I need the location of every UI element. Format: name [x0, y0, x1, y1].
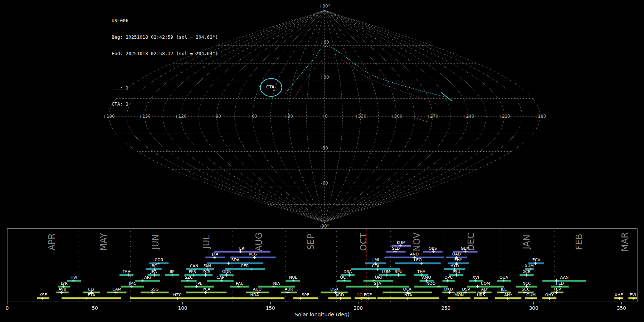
shower-activity-bar	[395, 262, 441, 264]
header-divider: -------------------------------------	[112, 67, 218, 72]
shower-code-label: KCG	[249, 252, 257, 257]
shower-peak-marker	[476, 285, 479, 288]
x-axis-title: Solar longitude (deg)	[295, 312, 350, 317]
shower-peak-marker	[437, 285, 440, 288]
shower-code-label: SLD	[392, 246, 400, 251]
shower-activity-bar	[542, 280, 586, 282]
shower-code-label: DKD	[444, 287, 453, 292]
shower-code-label: PAU	[236, 281, 244, 286]
month-label: JUN	[151, 234, 161, 250]
shower-code-label: DRA	[343, 269, 352, 274]
shower-code-label: SPE	[302, 293, 309, 297]
longitude-label: +240	[463, 114, 474, 119]
shower-code-label: KSE	[39, 293, 47, 297]
shower-activity-bar	[214, 251, 270, 253]
longitude-label: +60	[248, 114, 257, 119]
shower-code-label: JBC	[150, 264, 157, 268]
latitude-label: -30	[321, 146, 328, 151]
begin-time-line: Beg: 20251018 02:42:59 (sol = 204.62°)	[112, 34, 218, 40]
x-axis-tick-label: 0	[6, 305, 9, 311]
shower-code-label: XHE	[615, 293, 623, 297]
shower-code-label: LEO	[414, 258, 422, 262]
shower-code-label: DPC	[444, 275, 453, 280]
shower-code-label: AUD	[253, 287, 262, 292]
end-time-line: End: 20251018 02:58:32 (sol = 204.64°)	[112, 51, 218, 56]
month-label: MAY	[99, 233, 109, 251]
radiant-and-activity-plot: +90°-90°+60+30-30-60+180+150+120+90+60+3…	[0, 0, 644, 322]
shower-code-label: GUM	[526, 293, 536, 297]
meteor-radiant-activity-screen: USL006 Beg: 20251018 02:42:59 (sol = 204…	[0, 0, 644, 322]
shower-activity-bar	[293, 297, 318, 299]
shower-code-label: ZCS	[203, 269, 210, 274]
month-label: NOV	[412, 232, 422, 251]
month-label: APR	[47, 233, 57, 250]
shower-code-label: CAP	[216, 275, 224, 280]
shower-code-label: FEV	[553, 287, 561, 292]
radiant-drift-dotted-curve	[285, 47, 448, 97]
shower-code-label: ETA	[88, 293, 95, 297]
shower-code-label: AHY	[504, 293, 512, 297]
shower-code-label: KUM	[397, 240, 405, 245]
x-axis-tick-label: 100	[178, 305, 187, 311]
shower-activity-bar	[414, 286, 448, 288]
shower-activity-bar	[141, 292, 169, 293]
x-axis-tick-label: 350	[617, 305, 626, 311]
month-label: JAN	[522, 234, 532, 250]
shower-peak-marker	[227, 262, 230, 265]
shower-code-label: CAM	[112, 287, 121, 292]
shower-code-label: AAN	[560, 275, 569, 280]
shower-activity-bar	[119, 274, 133, 276]
shower-code-label: AUR	[285, 287, 293, 292]
cta-shower-count: CTA: 1	[112, 101, 218, 107]
radiant-label: CTA	[266, 84, 275, 89]
shower-code-label: JXA	[211, 252, 219, 257]
shower-code-label: CTA	[372, 264, 380, 268]
shower-code-label: NIA	[273, 281, 280, 286]
meteor-track-solid-segment	[441, 93, 452, 101]
shower-code-label: SZC	[185, 275, 193, 280]
shower-code-label: EHY	[454, 258, 462, 262]
shower-code-label: NOO	[426, 281, 436, 286]
shower-peak-marker	[299, 297, 302, 300]
shower-peak-marker	[249, 268, 253, 271]
unassociated-count: ...: 1	[112, 85, 218, 91]
longitude-label: +210	[498, 114, 510, 119]
shower-code-label: SSG	[151, 287, 159, 292]
longitude-label: +300	[391, 114, 402, 119]
shower-code-label: DSV	[462, 287, 470, 292]
shower-activity-bar	[62, 297, 121, 299]
shower-code-label: JEA	[150, 269, 157, 274]
month-label: MAR	[620, 232, 630, 252]
shower-code-label: AVB	[59, 287, 67, 292]
shower-activity-bar	[207, 262, 263, 264]
month-label: OCT	[358, 233, 369, 251]
shower-code-label: EVI	[630, 293, 636, 297]
shower-code-label: MON	[454, 293, 464, 297]
shower-code-label: COR	[155, 258, 163, 262]
x-axis-tick-label: 150	[266, 305, 275, 311]
month-label: SEP	[306, 234, 316, 250]
shower-code-label: DSX	[330, 287, 338, 292]
month-label: AUG	[254, 233, 264, 252]
observation-header: USL006 Beg: 20251018 02:42:59 (sol = 204…	[112, 7, 218, 118]
shower-code-label: ECV	[532, 258, 541, 262]
map-meridian-gridline	[217, 10, 325, 222]
shower-code-label: XUM	[525, 264, 534, 268]
shower-code-label: TAH	[122, 269, 131, 274]
x-axis-tick-label: 300	[529, 305, 538, 311]
shower-code-label: ERI	[239, 246, 245, 251]
pole-label-north: +90°	[319, 4, 330, 9]
shower-code-label: ARI	[144, 275, 151, 280]
shower-code-label: JLE	[501, 287, 507, 292]
month-label: FEB	[574, 234, 584, 250]
shower-code-label: SDA	[231, 258, 239, 262]
shower-code-label: ORI	[375, 275, 382, 280]
shower-peak-marker	[141, 279, 144, 282]
shower-code-label: LYR	[61, 281, 68, 286]
shower-activity-bar	[135, 280, 160, 282]
longitude-label: +0	[321, 114, 328, 119]
latitude-label: +30	[320, 75, 329, 80]
shower-activity-bar	[225, 297, 284, 299]
shower-code-label: NDA	[250, 293, 259, 297]
secondary-drift-dotted-curve	[292, 57, 438, 104]
